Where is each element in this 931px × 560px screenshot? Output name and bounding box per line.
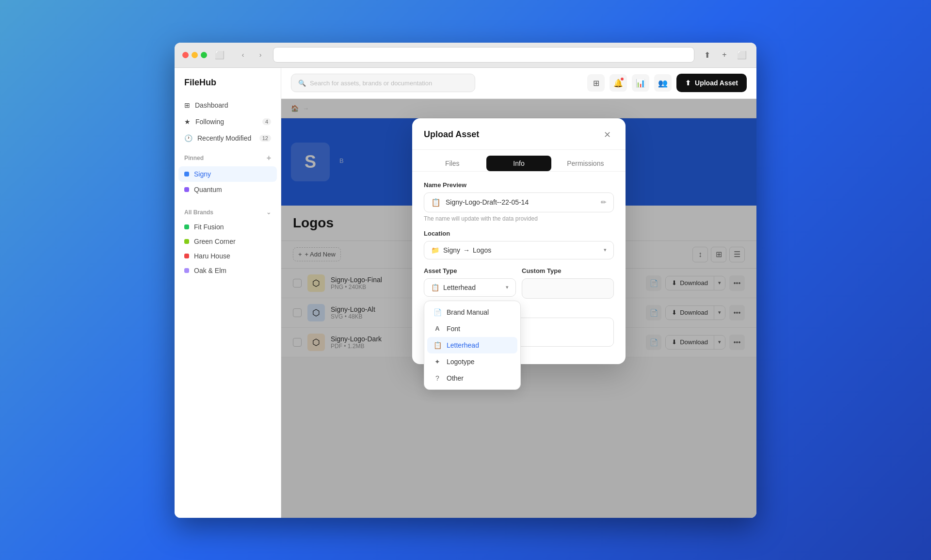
- recently-modified-badge: 12: [259, 135, 271, 142]
- traffic-light-close[interactable]: [182, 52, 189, 58]
- folder-icon: 📁: [431, 246, 439, 254]
- sidebar-item-fit-fusion[interactable]: Fit Fusion: [175, 220, 281, 234]
- dropdown-item-label: Font: [447, 325, 460, 333]
- main-scroll: 🏠 → S B Logos +: [281, 99, 756, 518]
- location-label: Location: [424, 230, 614, 237]
- pinned-item-label: Quantum: [194, 186, 222, 193]
- back-button[interactable]: ‹: [236, 48, 250, 62]
- address-bar[interactable]: [273, 47, 694, 63]
- custom-type-field[interactable]: [522, 278, 614, 299]
- search-bar[interactable]: 🔍 Search for assets, brands or documenta…: [291, 74, 475, 92]
- location-path: Signy → Logos: [443, 246, 600, 254]
- notifications-button[interactable]: 🔔: [610, 74, 627, 92]
- brand-manual-icon: 📄: [433, 308, 442, 316]
- share-button[interactable]: ⬆: [700, 48, 714, 62]
- modal-tabs: Files Info Permissions: [412, 150, 626, 172]
- modal-title: Upload Asset: [424, 129, 479, 140]
- green-corner-dot: [184, 239, 189, 244]
- oak-elm-dot: [184, 268, 189, 273]
- upload-asset-button[interactable]: ⬆ Upload Asset: [676, 74, 747, 92]
- brand-item-label: Oak & Elm: [194, 267, 226, 274]
- dropdown-item-logotype[interactable]: ✦ Logotype: [427, 353, 517, 370]
- pinned-section-label: Pinned +: [175, 146, 281, 166]
- app-content: FileHub ⊞ Dashboard ★ Following 4 🕐 Rece…: [175, 68, 756, 518]
- sidebar-item-recently-modified[interactable]: 🕐 Recently Modified 12: [178, 130, 277, 146]
- dropdown-item-label: Other: [447, 374, 464, 382]
- topbar-actions: ⊞ 🔔 📊 👥 ⬆ Upload Asset: [587, 74, 747, 92]
- modal-overlay: Upload Asset ✕ Files Info Permissions: [281, 99, 756, 518]
- name-edit-button[interactable]: ✏: [601, 198, 607, 206]
- quantum-dot: [184, 187, 189, 192]
- location-chevron-icon: ▾: [604, 247, 607, 253]
- signy-dot: [184, 172, 189, 176]
- following-badge: 4: [262, 118, 271, 125]
- font-icon: A: [433, 325, 442, 332]
- dropdown-item-label: Letterhead: [447, 341, 479, 349]
- asset-type-label: Asset Type: [424, 267, 516, 274]
- name-preview-field: 📋 Signy-Logo-Draft--22-05-14 ✏: [424, 192, 614, 212]
- new-tab-button[interactable]: +: [718, 48, 731, 62]
- team-button[interactable]: 👥: [654, 74, 672, 92]
- brand-item-label: Fit Fusion: [194, 223, 224, 231]
- app-sidebar: FileHub ⊞ Dashboard ★ Following 4 🕐 Rece…: [175, 68, 281, 518]
- collapse-brands-icon[interactable]: ⌄: [266, 209, 271, 216]
- name-hint: The name will update with the data provi…: [424, 215, 614, 222]
- dropdown-item-letterhead[interactable]: 📋 Letterhead: [427, 337, 517, 353]
- asset-type-row: Asset Type 📋 Letterhead ▾: [424, 267, 614, 299]
- modal-close-button[interactable]: ✕: [600, 128, 614, 142]
- sidebar-item-label: Following: [195, 118, 224, 126]
- forward-button[interactable]: ›: [254, 48, 267, 62]
- brand-item-label: Green Corner: [194, 238, 236, 245]
- pinned-item-label: Signy: [194, 170, 211, 178]
- other-icon: ?: [433, 374, 442, 382]
- asset-type-select[interactable]: 📋 Letterhead ▾: [424, 278, 516, 297]
- dropdown-item-other[interactable]: ? Other: [427, 370, 517, 386]
- sidebar-item-dashboard[interactable]: ⊞ Dashboard: [178, 97, 277, 113]
- sidebar-item-quantum[interactable]: Quantum: [178, 182, 277, 197]
- add-pinned-button[interactable]: +: [267, 154, 271, 162]
- grid-view-button[interactable]: ⊞: [587, 74, 605, 92]
- browser-titlebar: ⬜ ‹ › ⬆ + ⬜: [175, 43, 756, 68]
- modal-body: Name Preview 📋 Signy-Logo-Draft--22-05-1…: [412, 172, 626, 364]
- dashboard-icon: ⊞: [184, 101, 190, 109]
- upload-icon: ⬆: [685, 79, 691, 87]
- modal-header: Upload Asset ✕: [412, 118, 626, 150]
- sidebar-item-following[interactable]: ★ Following 4: [178, 114, 277, 129]
- sidebar-item-haru-house[interactable]: Haru House: [175, 249, 281, 263]
- app-main: 🔍 Search for assets, brands or documenta…: [281, 68, 756, 518]
- letterhead-icon: 📋: [431, 284, 439, 291]
- name-preview-text: Signy-Logo-Draft--22-05-14: [446, 198, 596, 206]
- app-topbar: 🔍 Search for assets, brands or documenta…: [281, 68, 756, 99]
- dropdown-item-brand-manual[interactable]: 📄 Brand Manual: [427, 304, 517, 320]
- notification-dot: [620, 77, 624, 81]
- location-field[interactable]: 📁 Signy → Logos ▾: [424, 241, 614, 259]
- sidebar-item-green-corner[interactable]: Green Corner: [175, 234, 281, 249]
- custom-type-column: Custom Type: [522, 267, 614, 299]
- name-preview-label: Name Preview: [424, 181, 614, 189]
- location-arrow: →: [463, 246, 470, 254]
- letterhead-item-icon: 📋: [433, 341, 442, 349]
- windows-button[interactable]: ⬜: [735, 48, 749, 62]
- location-folder: Logos: [473, 246, 491, 254]
- location-brand: Signy: [443, 246, 460, 254]
- browser-nav: ‹ ›: [236, 48, 267, 62]
- sidebar-item-label: Dashboard: [195, 101, 228, 109]
- sidebar-item-signy[interactable]: Signy: [178, 166, 277, 182]
- dropdown-item-font[interactable]: A Font: [427, 320, 517, 337]
- search-icon: 🔍: [298, 80, 306, 87]
- star-icon: ★: [184, 118, 191, 126]
- clock-icon: 🕐: [184, 134, 193, 142]
- tab-permissions[interactable]: Permissions: [553, 156, 618, 171]
- traffic-light-maximize[interactable]: [201, 52, 207, 58]
- search-placeholder: Search for assets, brands or documentati…: [310, 80, 432, 87]
- sidebar-toggle-icon[interactable]: ⬜: [213, 48, 226, 62]
- tab-info[interactable]: Info: [486, 156, 551, 171]
- dropdown-item-label: Brand Manual: [447, 308, 489, 316]
- logotype-icon: ✦: [433, 358, 442, 366]
- traffic-light-minimize[interactable]: [192, 52, 198, 58]
- metrics-button[interactable]: 📊: [632, 74, 649, 92]
- browser-actions: ⬆ + ⬜: [700, 48, 749, 62]
- tab-files[interactable]: Files: [420, 156, 484, 171]
- app-logo: FileHub: [175, 78, 281, 97]
- sidebar-item-oak-elm[interactable]: Oak & Elm: [175, 263, 281, 278]
